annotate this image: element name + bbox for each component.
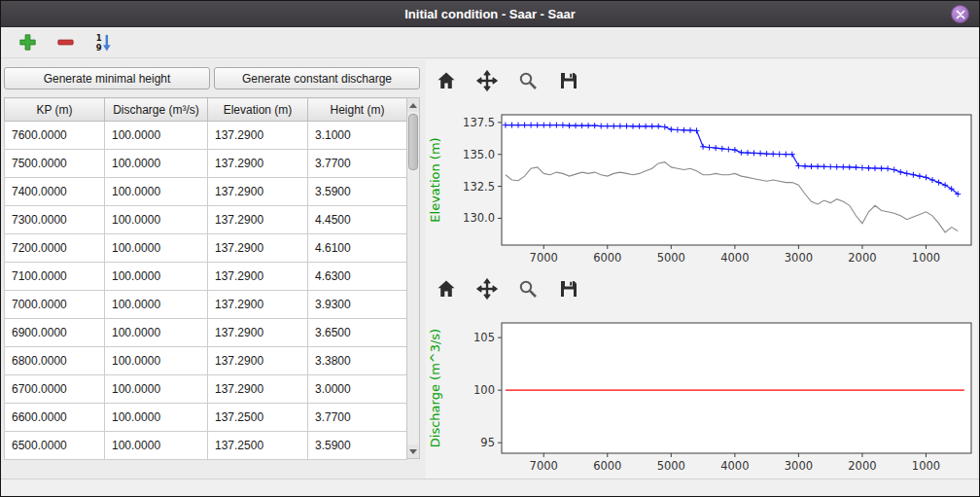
scroll-up-icon [409, 103, 417, 108]
table-cell[interactable]: 137.2900 [208, 150, 308, 178]
close-button[interactable] [951, 5, 969, 23]
table-cell[interactable]: 6900.0000 [5, 319, 105, 347]
nav-zoom-button-discharge[interactable] [513, 275, 542, 302]
y-tick-label: 130.0 [463, 211, 495, 225]
table-cell[interactable]: 100.0000 [105, 150, 208, 178]
add-row-button[interactable] [15, 30, 40, 55]
table-cell[interactable]: 7500.0000 [5, 150, 105, 178]
table-cell[interactable]: 100.0000 [105, 206, 208, 234]
table-cell[interactable]: 100.0000 [105, 263, 208, 291]
x-tick-label: 7000 [530, 459, 558, 473]
elevation-chart[interactable]: 7000600050004000300020001000137.5135.013… [426, 102, 977, 271]
table-cell[interactable]: 4.4500 [308, 206, 407, 234]
table-cell[interactable]: 100.0000 [105, 319, 208, 347]
table-cell[interactable]: 7300.0000 [5, 206, 105, 234]
table-cell[interactable]: 7600.0000 [5, 122, 105, 150]
nav-save-button-elevation[interactable] [554, 67, 583, 94]
table-row: 6800.0000100.0000137.29003.3800 [5, 347, 407, 375]
nav-pan-button-discharge[interactable] [472, 275, 502, 302]
window-title: Initial condition - Saar - Saar [404, 7, 576, 21]
table-cell[interactable]: 4.6300 [308, 263, 407, 291]
table-cell[interactable]: 100.0000 [105, 178, 208, 206]
table-cell[interactable]: 3.7700 [308, 150, 407, 178]
generate-constant-discharge-button[interactable]: Generate constant discharge [214, 67, 420, 89]
titlebar[interactable]: Initial condition - Saar - Saar [1, 1, 979, 27]
table-cell[interactable]: 6700.0000 [5, 375, 105, 404]
table-cell[interactable]: 7100.0000 [5, 263, 105, 291]
table-cell[interactable]: 6500.0000 [5, 432, 105, 460]
remove-row-icon [55, 32, 76, 53]
table-cell[interactable]: 3.0000 [308, 375, 407, 404]
table-cell[interactable]: 7200.0000 [5, 234, 105, 263]
remove-row-button[interactable] [52, 30, 78, 55]
table-cell[interactable]: 6800.0000 [5, 347, 105, 375]
table-cell[interactable]: 100.0000 [105, 291, 208, 319]
table-cell[interactable]: 100.0000 [105, 234, 208, 263]
table-header-row: KP (m) Discharge (m³/s) Elevation (m) He… [5, 98, 407, 122]
table-cell[interactable]: 3.1000 [308, 122, 407, 150]
table-cell[interactable]: 3.5900 [308, 432, 407, 460]
table-cell[interactable]: 100.0000 [105, 122, 208, 150]
table-cell[interactable]: 100.0000 [105, 347, 208, 375]
table-row: 7300.0000100.0000137.29004.4500 [5, 206, 407, 234]
save-icon [558, 278, 579, 300]
column-header-height[interactable]: Height (m) [308, 98, 407, 122]
table-cell[interactable]: 137.2900 [208, 206, 308, 234]
table-scrollbar[interactable] [406, 97, 420, 459]
table-cell[interactable]: 137.2900 [208, 263, 308, 291]
table-cell[interactable]: 137.2900 [208, 319, 308, 347]
nav-home-button-elevation[interactable] [432, 67, 461, 94]
table-cell[interactable]: 100.0000 [105, 432, 208, 460]
table-cell[interactable]: 3.6500 [308, 319, 407, 347]
table-cell[interactable]: 137.2900 [208, 122, 308, 150]
generate-minimal-height-button[interactable]: Generate minimal height [4, 67, 210, 89]
table-cell[interactable]: 3.5900 [308, 178, 407, 206]
x-tick-label: 3000 [785, 251, 813, 265]
table-row: 7100.0000100.0000137.29004.6300 [5, 263, 407, 291]
x-tick-label: 5000 [657, 459, 685, 473]
table-body: 7600.0000100.0000137.29003.10007500.0000… [5, 122, 407, 460]
scrollbar-thumb[interactable] [408, 114, 418, 170]
table-cell[interactable]: 7400.0000 [5, 178, 105, 206]
table-cell[interactable]: 137.2900 [208, 234, 308, 263]
table-cell[interactable]: 3.9300 [308, 291, 407, 319]
scroll-down-button[interactable] [407, 444, 419, 458]
table-cell[interactable]: 7000.0000 [5, 291, 105, 319]
discharge-chart[interactable]: 700060005000400030002000100010510095Disc… [426, 310, 977, 479]
pan-icon [476, 70, 498, 91]
table-row: 7000.0000100.0000137.29003.9300 [5, 291, 407, 319]
x-tick-label: 2000 [848, 251, 876, 265]
nav-zoom-button-elevation[interactable] [513, 67, 542, 94]
table-cell[interactable]: 137.2900 [208, 375, 308, 404]
table-row: 6600.0000100.0000137.25003.7700 [5, 404, 407, 432]
column-header-elevation[interactable]: Elevation (m) [208, 98, 308, 122]
x-tick-label: 1000 [912, 251, 940, 265]
table-cell[interactable]: 3.7700 [308, 404, 407, 432]
scroll-up-button[interactable] [407, 98, 419, 112]
table-cell[interactable]: 100.0000 [105, 404, 208, 432]
sort-numeric-button[interactable]: 1 9 [90, 30, 116, 55]
x-tick-label: 2000 [848, 459, 876, 473]
table-cell[interactable]: 100.0000 [105, 375, 208, 404]
y-tick-label: 137.5 [463, 116, 495, 129]
nav-pan-button-elevation[interactable] [472, 67, 502, 94]
table-cell[interactable]: 137.2900 [208, 291, 308, 319]
table-cell[interactable]: 137.2500 [208, 404, 308, 432]
discharge-plot-toolbar [432, 275, 583, 302]
table-cell[interactable]: 6600.0000 [5, 404, 105, 432]
nav-home-button-discharge[interactable] [432, 275, 461, 302]
svg-text:9: 9 [95, 43, 101, 53]
table-cell[interactable]: 137.2500 [208, 432, 308, 460]
scrollbar-track[interactable] [407, 112, 419, 444]
main-window: Initial condition - Saar - Saar 1 9 [0, 0, 980, 497]
table-cell[interactable]: 3.3800 [308, 347, 407, 375]
table-cell[interactable]: 137.2900 [208, 347, 308, 375]
x-tick-label: 6000 [593, 251, 621, 265]
nav-save-button-discharge[interactable] [554, 275, 583, 302]
table-cell[interactable]: 4.6100 [308, 234, 407, 263]
column-header-kp[interactable]: KP (m) [5, 98, 105, 122]
column-header-discharge[interactable]: Discharge (m³/s) [105, 98, 208, 122]
table-cell[interactable]: 137.2900 [208, 178, 308, 206]
plots-panel: 7000600050004000300020001000137.5135.013… [426, 59, 977, 479]
scroll-down-icon [409, 449, 417, 454]
